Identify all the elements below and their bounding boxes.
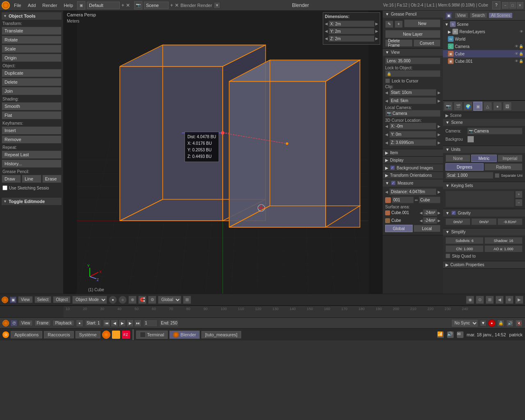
prop-object-icon[interactable]: ▣ [473, 102, 482, 111]
subdiv-field[interactable]: Subdivis: 6 [445, 237, 484, 244]
dim-x-right[interactable]: ▶ [375, 22, 378, 26]
tc-icon[interactable]: ⏱ [11, 320, 17, 326]
display-header[interactable]: ▶ Display [383, 157, 443, 164]
tc-frame[interactable]: Frame [34, 320, 51, 326]
tb-net-icon[interactable]: 📶 [437, 331, 444, 338]
prop-scene-icon[interactable]: 🎬 [454, 102, 463, 111]
vb-props[interactable]: ⚙ [148, 296, 156, 304]
outliner-cube[interactable]: ▣ Cube 👁 🔒 [443, 50, 525, 57]
gp-new-btn[interactable]: New [404, 19, 441, 27]
outliner-renderlayers[interactable]: ▶ R RenderLayers 👁 [443, 28, 525, 35]
grease-pencil-header[interactable]: ▼ Grease Pencil [383, 11, 443, 18]
clip-end-field[interactable]: End: 5km [389, 97, 436, 104]
scal-field[interactable]: Scal: 1.000 [445, 172, 493, 179]
vb-mode-select[interactable]: Object Mode [72, 296, 107, 304]
rl-eye[interactable]: 👁 [520, 30, 523, 34]
props-scene-header[interactable]: ▼ Scene [443, 119, 525, 126]
clip-start-field[interactable]: Start: 10cm [389, 89, 436, 96]
vb-object[interactable]: Object [53, 296, 71, 303]
ao-field[interactable]: AO a: 1.000 [484, 245, 523, 252]
keying-sets-header[interactable]: ▼ Keying Sets [443, 182, 525, 189]
tc-prev-frame[interactable]: ◀ [111, 320, 118, 327]
metric-btn[interactable]: Metric [471, 155, 496, 162]
draw-btn[interactable]: Draw [2, 175, 21, 183]
tb-vol-icon[interactable]: 🔊 [447, 331, 454, 338]
outliner-world[interactable]: W World [443, 35, 525, 43]
cz-field[interactable]: Z: 3.6995cm [389, 139, 436, 146]
vb-global-select[interactable]: Global [158, 296, 181, 304]
object-tools-header[interactable]: ▼ Object Tools [2, 12, 62, 20]
dim-x-left[interactable]: ◀ [325, 22, 328, 26]
tc-next-keyframe[interactable]: ⏭ [134, 320, 142, 327]
scene-add[interactable]: + [170, 2, 173, 8]
transform-orient-header[interactable]: ▶ Transform Orientations [383, 172, 443, 179]
vb-type-icon[interactable]: ▣ [10, 297, 16, 303]
vb-shade-circle[interactable]: ● [109, 296, 117, 304]
s2-left[interactable]: ◀ [420, 219, 422, 223]
tc-current-field[interactable]: 1 [143, 320, 158, 327]
bg-images-header[interactable]: ▶ Background Images [383, 164, 443, 171]
clip-end-right[interactable]: ▶ [438, 99, 441, 103]
cx-field[interactable]: X: -0m [389, 123, 436, 130]
tc-playback[interactable]: Playback [52, 320, 74, 326]
tc-next-frame[interactable]: ▶ [126, 320, 134, 327]
repeat-last-btn[interactable]: Repeat Last [2, 151, 62, 159]
tb-mail-icon[interactable]: ✉ [457, 331, 463, 338]
none-btn[interactable]: None [445, 155, 470, 162]
tb-firefox-icon[interactable] [102, 331, 110, 339]
tc-sync-select[interactable]: No Sync [451, 319, 478, 327]
vb-overlay1[interactable]: ◉ [466, 296, 474, 304]
tb-terminal[interactable]: Terminal [136, 331, 168, 339]
layout-input[interactable] [87, 2, 120, 9]
renderer-arrow[interactable]: ▼ [214, 2, 220, 9]
lock-cursor-check[interactable] [385, 78, 390, 83]
search-tab[interactable]: Search [470, 12, 488, 18]
tc-view[interactable]: View [19, 320, 33, 326]
prop-render-icon[interactable]: 📷 [444, 102, 453, 111]
layout-icon[interactable]: ▣ [77, 1, 85, 9]
tc-start-field[interactable]: Start: 1 [85, 320, 101, 327]
distance-field[interactable]: Distance: 4.0478m [389, 188, 436, 195]
vb-anim2[interactable]: ⊕ [505, 296, 514, 304]
vb-view[interactable]: View [18, 296, 33, 303]
cam-eye[interactable]: 👁 [515, 44, 518, 48]
lens-field[interactable]: Lens: 35.000 [385, 57, 441, 64]
tb-folder-icon[interactable] [112, 331, 120, 339]
win-maximize[interactable]: □ [509, 2, 516, 9]
prop-mesh-icon[interactable]: △ [483, 102, 492, 111]
cube-lock[interactable]: 🔒 [519, 52, 523, 56]
dim-z-right[interactable]: ▶ [375, 37, 378, 41]
outliner-cube001[interactable]: ▣ Cube.001 👁 🔒 [443, 57, 525, 65]
camera-field-input[interactable]: 📷 Camera [467, 128, 523, 135]
prop-world-icon[interactable]: 🌍 [463, 102, 472, 111]
vb-overlay3[interactable]: ⊞ [486, 296, 494, 304]
item-header[interactable]: ▶ Item [383, 149, 443, 156]
bg-checkbox[interactable] [390, 165, 395, 170]
cz-left[interactable]: ◀ [385, 141, 388, 145]
cube001-eye[interactable]: 👁 [515, 59, 518, 63]
tb-system[interactable]: Système [75, 331, 100, 338]
viewport[interactable]: X Y Z Camera Persp Meters Dist: 4.0478 B… [64, 11, 382, 294]
line-btn[interactable]: Line [22, 175, 41, 183]
menu-add[interactable]: Add [25, 2, 39, 9]
all-scenes-tab[interactable]: All Scenes [488, 12, 513, 18]
dist-right[interactable]: ▶ [438, 190, 441, 194]
lock-obj-field[interactable]: 🔒 [385, 70, 441, 77]
cx-left[interactable]: ◀ [385, 124, 388, 128]
join-btn[interactable]: Join [2, 87, 62, 95]
dist-left[interactable]: ◀ [385, 190, 388, 194]
simplify-header[interactable]: ▼ Simplify [443, 228, 525, 235]
render-icon[interactable]: 📷 [134, 1, 142, 9]
remove-btn[interactable]: Remove [2, 135, 62, 144]
vb-pivot[interactable]: ⊕ [128, 296, 137, 304]
local-cam-field[interactable]: 📷 Camera [385, 110, 441, 117]
grav-x[interactable]: 0m/s² [445, 218, 470, 225]
viewport-canvas[interactable]: X Y Z Camera Persp Meters Dist: 4.0478 B… [64, 11, 382, 294]
s1-field[interactable]: -24m² [423, 209, 437, 216]
degrees-btn[interactable]: Degrees [445, 163, 484, 171]
skip-quad-check[interactable] [445, 253, 450, 258]
rotate-btn[interactable]: Rotate [2, 36, 62, 44]
cx-right[interactable]: ▶ [438, 124, 441, 128]
cube-eye[interactable]: 👁 [515, 52, 518, 56]
tb-fz-icon[interactable]: FZ [122, 331, 130, 339]
